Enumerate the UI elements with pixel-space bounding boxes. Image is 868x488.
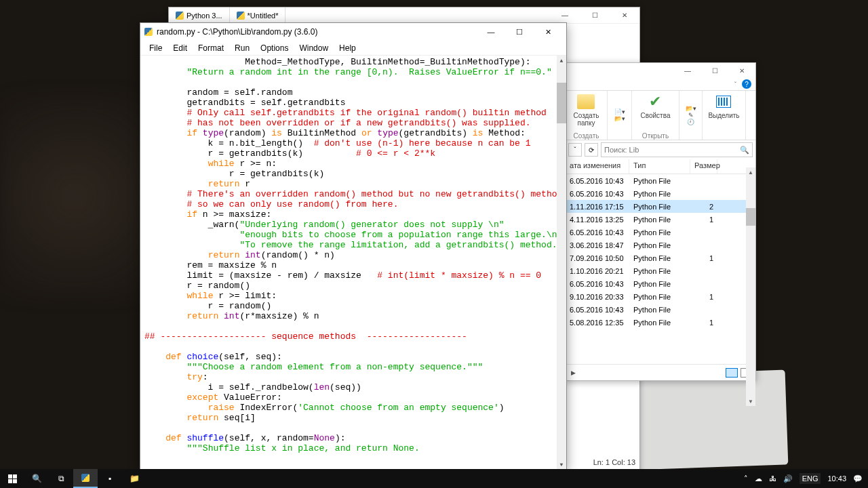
- list-item[interactable]: 6.05.2016 10:43Python File: [566, 303, 755, 316]
- scroll-up-icon[interactable]: ▲: [746, 167, 755, 177]
- notifications-icon[interactable]: 💬: [853, 474, 863, 483]
- list-item[interactable]: 9.10.2016 20:33Python File1: [566, 290, 755, 303]
- editor-scrollbar[interactable]: ▲▼: [557, 56, 566, 469]
- easy-access-icon: 📂▾: [614, 115, 625, 122]
- select-all-button[interactable]: Выделить: [708, 92, 739, 119]
- list-item[interactable]: 6.05.2016 10:43Python File: [566, 174, 755, 187]
- start-button[interactable]: [0, 469, 24, 488]
- taskbar-idle[interactable]: [73, 469, 98, 488]
- bg-tab-untitled[interactable]: *Untitled*: [230, 7, 286, 23]
- open-icon: 📂▾: [686, 105, 696, 112]
- menu-help[interactable]: Help: [334, 42, 361, 54]
- menu-options[interactable]: Options: [256, 42, 293, 54]
- folder-icon: [577, 94, 595, 109]
- history-button[interactable]: 🕘: [687, 119, 694, 125]
- checkmark-icon: ✔: [646, 92, 665, 111]
- properties-button[interactable]: ✔ Свойства: [641, 92, 671, 119]
- windows-icon: [8, 474, 17, 483]
- search-icon: 🔍: [740, 146, 749, 155]
- list-item[interactable]: 6.05.2016 10:43Python File: [566, 187, 755, 200]
- refresh-button[interactable]: ⟳: [585, 143, 598, 157]
- edit-button[interactable]: ✎: [688, 112, 694, 119]
- list-item[interactable]: 1.11.2016 17:15Python File2: [566, 200, 755, 213]
- scroll-down-icon[interactable]: ▼: [557, 460, 566, 469]
- bg-tab-python[interactable]: Python 3...: [169, 7, 230, 23]
- scroll-up-icon[interactable]: ▲: [557, 56, 566, 65]
- taskbar-explorer[interactable]: 📁: [122, 469, 146, 488]
- idle-editor-window: random.py - C:\Python\Lib\random.py (3.6…: [140, 22, 567, 470]
- edit-icon: ✎: [688, 112, 694, 119]
- list-item[interactable]: 6.05.2016 10:43Python File: [566, 277, 755, 290]
- ribbon-collapse-icon[interactable]: ˇ: [734, 81, 736, 87]
- taskbar-cmd[interactable]: ▪: [98, 469, 122, 488]
- system-tray[interactable]: ˄ ☁ 🖧 🔊 ENG 10:43 💬: [738, 473, 868, 484]
- exp-close-button[interactable]: ✕: [728, 63, 755, 78]
- list-item[interactable]: 5.08.2016 12:35Python File1: [566, 316, 755, 329]
- list-item[interactable]: 1.10.2016 20:21Python File: [566, 264, 755, 277]
- python-icon: [176, 12, 184, 20]
- easy-access-button[interactable]: 📂▾: [614, 115, 625, 122]
- bg-status-lncol: Ln: 1 Col: 13: [593, 456, 635, 468]
- list-item[interactable]: 6.05.2016 10:43Python File: [566, 226, 755, 239]
- ribbon-group-open: Открыть: [632, 132, 679, 140]
- menu-file[interactable]: File: [144, 42, 167, 54]
- menu-run[interactable]: Run: [230, 42, 254, 54]
- list-item[interactable]: 3.06.2016 18:47Python File: [566, 239, 755, 251]
- language-indicator[interactable]: ENG: [800, 473, 821, 484]
- taskbar[interactable]: 🔍 ⧉ ▪ 📁 ˄ ☁ 🖧 🔊 ENG 10:43 💬: [0, 469, 868, 488]
- scrollbar[interactable]: ▲ ▼: [746, 167, 755, 406]
- open-button[interactable]: 📂▾: [686, 105, 696, 112]
- minimize-button[interactable]: —: [477, 24, 505, 40]
- scroll-thumb[interactable]: [557, 83, 566, 123]
- column-headers[interactable]: ата изменения Тип Размер: [566, 159, 755, 174]
- new-folder-button[interactable]: Создать папку: [573, 92, 599, 127]
- menu-bar[interactable]: FileEditFormatRunOptionsWindowHelp: [140, 41, 566, 56]
- history-icon: 🕘: [687, 119, 694, 125]
- exp-maximize-button[interactable]: ☐: [701, 63, 728, 78]
- bg-maximize-button[interactable]: ☐: [580, 8, 610, 23]
- help-icon[interactable]: ?: [742, 79, 751, 89]
- scroll-right-icon[interactable]: ▶: [571, 369, 576, 376]
- menu-window[interactable]: Window: [294, 42, 333, 54]
- maximize-button[interactable]: ☐: [505, 24, 534, 40]
- onedrive-icon[interactable]: ☁: [755, 474, 762, 483]
- clock[interactable]: 10:43: [827, 474, 846, 483]
- network-icon[interactable]: 🖧: [769, 474, 776, 483]
- close-button[interactable]: ✕: [534, 24, 562, 40]
- python-icon: [237, 12, 245, 20]
- ribbon-group-create: Создать: [566, 132, 607, 140]
- new-item-icon: 📄▾: [614, 108, 625, 115]
- scroll-thumb[interactable]: [746, 208, 755, 226]
- taskview-button[interactable]: ⧉: [49, 469, 73, 488]
- menu-edit[interactable]: Edit: [168, 42, 192, 54]
- list-item[interactable]: 4.11.2016 13:25Python File1: [566, 213, 755, 226]
- window-title: random.py - C:\Python\Lib\random.py (3.6…: [157, 27, 317, 37]
- ribbon: Создать папку Создать 📄▾ 📂▾ ✔ Свойства О…: [566, 90, 755, 140]
- menu-format[interactable]: Format: [193, 42, 229, 54]
- search-button[interactable]: 🔍: [24, 469, 49, 488]
- tray-up-icon[interactable]: ˄: [744, 474, 748, 483]
- bg-close-button[interactable]: ✕: [610, 8, 639, 23]
- select-icon: [716, 96, 731, 108]
- scroll-down-icon[interactable]: ▼: [746, 396, 755, 406]
- file-list[interactable]: 6.05.2016 10:43Python File6.05.2016 10:4…: [566, 174, 755, 364]
- search-input[interactable]: Поиск: Lib 🔍: [601, 142, 753, 157]
- explorer-window: — ☐ ✕ ˇ ? Создать папку Создать 📄▾ 📂▾ ✔ …: [565, 62, 756, 381]
- list-item[interactable]: 7.09.2016 10:50Python File1: [566, 251, 755, 264]
- bg-minimize-button[interactable]: —: [550, 8, 580, 23]
- code-editor[interactable]: Method=_MethodType, BuiltinMethod=_Built…: [140, 56, 566, 469]
- details-view-button[interactable]: [726, 368, 738, 378]
- exp-minimize-button[interactable]: —: [674, 63, 701, 78]
- volume-icon[interactable]: 🔊: [783, 474, 793, 483]
- python-icon: [81, 474, 90, 482]
- python-icon: [144, 28, 153, 36]
- new-item-button[interactable]: 📄▾: [614, 108, 625, 115]
- nav-dropdown-button[interactable]: ˇ: [568, 143, 582, 157]
